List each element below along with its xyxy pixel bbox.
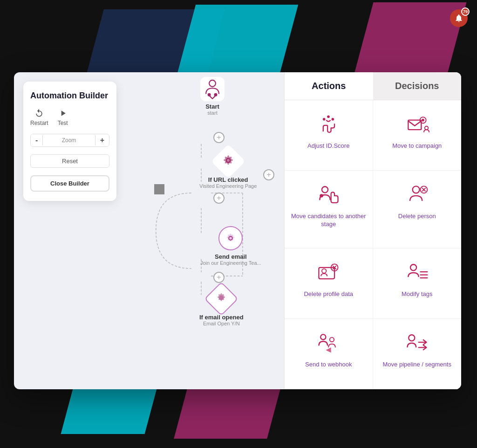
close-builder-button[interactable]: Close Builder xyxy=(30,175,109,192)
builder-actions: Restart Test xyxy=(30,109,109,126)
action-adjust-score[interactable]: Adjust ID.Score xyxy=(285,100,373,171)
start-svg xyxy=(200,77,225,101)
modify-tags-svg xyxy=(404,260,430,286)
action-modify-tags[interactable]: Modify tags xyxy=(373,248,462,319)
test-button[interactable]: Test xyxy=(58,109,68,126)
modify-tags-label: Modify tags xyxy=(402,290,432,298)
send-email-labels: Send email Join our Engineering Tea... xyxy=(200,253,261,266)
svg-point-25 xyxy=(322,269,326,273)
move-campaign-svg xyxy=(404,111,430,138)
url-decision-labels: If URL clicked Visited Engineering Page xyxy=(199,176,257,189)
email-decision-icon xyxy=(204,282,239,316)
delete-profile-icon xyxy=(315,260,341,286)
delete-person-svg xyxy=(404,182,430,208)
start-node: Start start xyxy=(200,77,225,116)
delete-profile-label: Delete profile data xyxy=(304,290,353,298)
move-candidates-icon xyxy=(315,182,341,208)
action-delete-profile[interactable]: Delete profile data xyxy=(285,248,373,319)
add-after-decision[interactable]: + xyxy=(213,193,225,204)
email-decision-svg xyxy=(215,291,228,304)
move-pipeline-label: Move pipeline / segments xyxy=(383,361,451,369)
svg-rect-14 xyxy=(409,120,422,130)
svg-point-11 xyxy=(323,118,326,121)
merge-point xyxy=(154,184,164,194)
url-decision-label: If URL clicked xyxy=(199,176,257,183)
add-after-start[interactable]: + xyxy=(213,132,225,143)
send-webhook-label: Send to webhook xyxy=(305,361,352,369)
right-panel: Actions Decisions Adjust ID.Sc xyxy=(284,72,461,389)
zoom-control: - Zoom + xyxy=(30,134,109,147)
action-move-campaign[interactable]: Move to campaign xyxy=(373,100,462,171)
email-decision-node: If email opened Email Open Y/N xyxy=(199,287,244,326)
test-icon xyxy=(58,109,68,118)
svg-point-33 xyxy=(320,335,326,340)
zoom-label: Zoom xyxy=(42,135,95,145)
email-decision-label: If email opened xyxy=(199,314,244,321)
start-icon xyxy=(200,77,225,101)
start-label: Start xyxy=(205,103,219,110)
action-send-webhook[interactable]: Send to webhook xyxy=(285,319,373,389)
svg-point-17 xyxy=(425,126,428,130)
url-decision-icon xyxy=(211,144,245,179)
action-move-candidates[interactable]: Move candidates to another stage xyxy=(285,171,373,249)
tab-actions[interactable]: Actions xyxy=(285,72,373,100)
restart-button[interactable]: Restart xyxy=(30,109,48,126)
ui-card: Automation Builder Restart Test - Zoom +… xyxy=(14,72,461,389)
tab-decisions[interactable]: Decisions xyxy=(373,72,462,100)
modify-tags-icon xyxy=(404,260,430,286)
action-move-pipeline[interactable]: Move pipeline / segments xyxy=(373,319,462,389)
svg-point-16 xyxy=(422,119,425,122)
email-gear-icon xyxy=(224,232,237,245)
restart-icon xyxy=(34,109,44,118)
move-pipeline-svg xyxy=(404,330,430,356)
move-candidates-label: Move candidates to another stage xyxy=(289,213,368,228)
panel-tabs: Actions Decisions xyxy=(285,72,461,100)
add-right-branch[interactable]: + xyxy=(263,169,274,180)
adjust-score-svg xyxy=(315,111,341,138)
email-decision-sublabel: Email Open Y/N xyxy=(199,321,244,326)
send-email-node: Send email Join our Engineering Tea... xyxy=(200,226,261,266)
svg-point-8 xyxy=(209,80,216,87)
svg-point-10 xyxy=(214,93,217,96)
send-email-icon xyxy=(218,226,243,250)
builder-title: Automation Builder xyxy=(30,91,109,101)
zoom-plus-button[interactable]: + xyxy=(95,134,109,146)
send-webhook-icon xyxy=(315,330,341,356)
svg-point-18 xyxy=(322,186,328,193)
svg-marker-35 xyxy=(326,348,331,353)
add-after-email[interactable]: + xyxy=(213,272,225,283)
url-decision-node: If URL clicked Visited Engineering Page xyxy=(199,149,257,189)
panel-content: Adjust ID.Score xyxy=(285,100,461,389)
svg-point-19 xyxy=(320,194,323,197)
url-decision-sublabel: Visited Engineering Page xyxy=(199,183,257,189)
builder-panel: Automation Builder Restart Test - Zoom +… xyxy=(23,82,116,201)
send-email-sublabel: Join our Engineering Tea... xyxy=(200,260,261,266)
bell-svg xyxy=(454,14,463,23)
notification-count: 79 xyxy=(461,7,470,16)
flow-canvas: Start start + If URL clicked Visited Eng… xyxy=(126,72,284,389)
svg-point-12 xyxy=(327,115,330,118)
delete-profile-svg xyxy=(315,260,341,286)
restart-label: Restart xyxy=(30,120,48,126)
email-decision-labels: If email opened Email Open Y/N xyxy=(199,314,244,326)
svg-point-9 xyxy=(208,93,211,96)
svg-point-34 xyxy=(330,338,334,342)
svg-point-13 xyxy=(332,118,334,121)
move-campaign-icon xyxy=(404,111,430,138)
move-campaign-label: Move to campaign xyxy=(392,142,442,150)
move-candidates-svg xyxy=(315,182,341,208)
svg-point-29 xyxy=(410,265,416,271)
delete-person-icon xyxy=(404,182,430,208)
gear-icon xyxy=(221,153,235,167)
zoom-minus-button[interactable]: - xyxy=(31,134,42,146)
reset-button[interactable]: Reset xyxy=(30,154,109,168)
send-webhook-svg xyxy=(315,330,341,356)
adjust-score-icon xyxy=(315,111,341,138)
notification-bell[interactable]: 79 xyxy=(450,9,468,27)
svg-rect-24 xyxy=(319,268,335,279)
delete-person-label: Delete person xyxy=(398,213,436,221)
test-label: Test xyxy=(58,120,68,126)
action-delete-person[interactable]: Delete person xyxy=(373,171,462,249)
start-sublabel: start xyxy=(207,110,217,116)
svg-point-20 xyxy=(413,186,420,193)
